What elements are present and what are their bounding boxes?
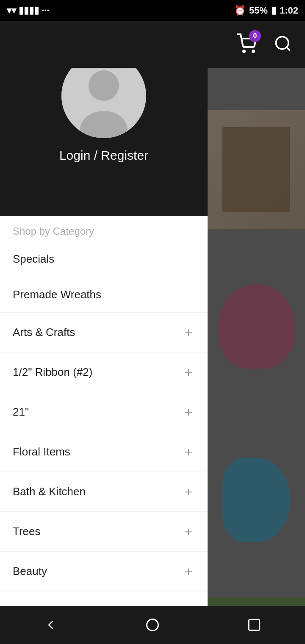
cart-button[interactable]: 0: [236, 33, 257, 56]
wifi-icon: ▾▾: [7, 5, 16, 16]
category-item-floral-items[interactable]: Floral Items ＋: [0, 432, 208, 472]
svg-point-7: [147, 619, 158, 631]
battery-icon: ▮: [271, 5, 276, 16]
expand-icon-floral-items: ＋: [182, 443, 195, 461]
category-label-ribbon: 1/2" Ribbon (#2): [13, 366, 92, 379]
category-item-bath-kitchen[interactable]: Bath & Kitchen ＋: [0, 472, 208, 512]
section-title: Shop by Category: [0, 216, 208, 242]
header-bar: 0: [0, 21, 305, 68]
category-label-21inch: 21": [13, 405, 29, 419]
svg-line-3: [287, 47, 290, 51]
category-item-premade-wreaths[interactable]: Premade Wreaths: [0, 277, 208, 313]
recents-button[interactable]: [241, 612, 267, 638]
category-label-specials: Specials: [13, 253, 54, 266]
search-button[interactable]: [274, 34, 292, 55]
expand-icon-arts-crafts: ＋: [182, 324, 195, 341]
drawer-body: Shop by Category Specials Premade Wreath…: [0, 216, 208, 644]
category-label-arts-crafts: Arts & Crafts: [13, 326, 75, 339]
svg-point-1: [252, 50, 254, 52]
bottom-navigation: [0, 606, 305, 644]
cart-badge: 0: [249, 30, 261, 42]
home-button[interactable]: [140, 612, 165, 638]
status-left: ▾▾ ▮▮▮▮ ···: [7, 5, 49, 16]
expand-icon-bath-kitchen: ＋: [182, 483, 195, 500]
category-item-trees[interactable]: Trees ＋: [0, 512, 208, 552]
category-label-beauty: Beauty: [13, 565, 47, 578]
expand-icon-beauty: ＋: [182, 563, 195, 580]
status-right: ⏰ 55% ▮ 1:02: [234, 5, 298, 16]
expand-icon-ribbon: ＋: [182, 364, 195, 381]
battery-percent: 55%: [249, 5, 268, 16]
back-icon: [43, 617, 58, 633]
back-button[interactable]: [38, 612, 64, 638]
category-label-bath-kitchen: Bath & Kitchen: [13, 485, 86, 498]
recents-icon: [247, 618, 261, 632]
svg-point-5: [89, 70, 119, 101]
category-item-ribbon[interactable]: 1/2" Ribbon (#2) ＋: [0, 353, 208, 392]
search-icon: [274, 34, 292, 53]
home-icon: [145, 617, 160, 633]
category-item-specials[interactable]: Specials: [0, 242, 208, 277]
category-item-arts-crafts[interactable]: Arts & Crafts ＋: [0, 313, 208, 353]
alarm-icon: ⏰: [234, 5, 246, 16]
navigation-drawer: Login / Register Shop by Category Specia…: [0, 0, 208, 644]
expand-icon-trees: ＋: [182, 523, 195, 540]
category-label-floral-items: Floral Items: [13, 445, 70, 458]
more-icon: ···: [42, 5, 49, 16]
login-register-label[interactable]: Login / Register: [59, 148, 148, 163]
dim-overlay[interactable]: [208, 0, 305, 606]
svg-point-2: [276, 37, 288, 49]
category-label-trees: Trees: [13, 525, 41, 538]
category-label-premade-wreaths: Premade Wreaths: [13, 288, 101, 301]
category-item-beauty[interactable]: Beauty ＋: [0, 552, 208, 591]
category-item-21inch[interactable]: 21" ＋: [0, 392, 208, 432]
svg-point-0: [243, 50, 245, 52]
time-display: 1:02: [280, 5, 298, 16]
expand-icon-21inch: ＋: [182, 403, 195, 421]
status-bar: ▾▾ ▮▮▮▮ ··· ⏰ 55% ▮ 1:02: [0, 0, 305, 21]
svg-rect-8: [249, 619, 260, 630]
signal-icon: ▮▮▮▮: [19, 5, 39, 16]
